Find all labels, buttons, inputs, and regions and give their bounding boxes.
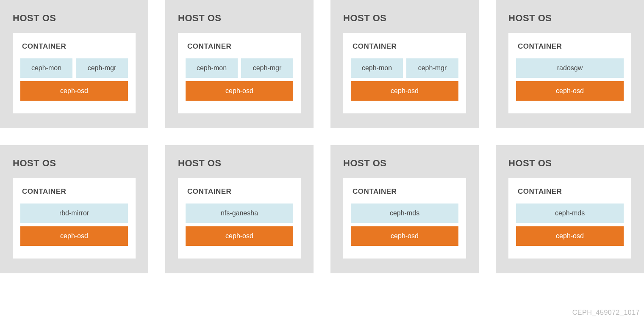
host-card: HOST OSCONTAINERradosgwceph-osd	[496, 0, 644, 128]
service-row-top: ceph-monceph-mgr	[20, 58, 128, 78]
host-card: HOST OSCONTAINERnfs-ganeshaceph-osd	[165, 145, 314, 273]
service-row-top: ceph-mds	[351, 204, 458, 223]
container-title: CONTAINER	[22, 187, 128, 196]
host-grid: HOST OSCONTAINERceph-monceph-mgrceph-osd…	[0, 0, 644, 273]
container-card: CONTAINERrbd-mirrorceph-osd	[13, 178, 136, 258]
container-card: CONTAINERceph-monceph-mgrceph-osd	[178, 33, 301, 113]
host-card: HOST OSCONTAINERceph-monceph-mgrceph-osd	[0, 0, 148, 128]
container-title: CONTAINER	[187, 187, 293, 196]
host-title: HOST OS	[508, 13, 631, 24]
service-row-top: radosgw	[516, 58, 624, 78]
service-box-light: ceph-mon	[351, 58, 403, 78]
container-card: CONTAINERnfs-ganeshaceph-osd	[178, 178, 301, 258]
footer-label: CEPH_459072_1017	[572, 309, 640, 316]
service-row-bottom: ceph-osd	[516, 81, 624, 101]
service-box-orange: ceph-osd	[516, 226, 624, 246]
service-box-orange: ceph-osd	[20, 226, 128, 246]
container-title: CONTAINER	[518, 42, 624, 51]
container-card: CONTAINERceph-mdsceph-osd	[508, 178, 631, 258]
host-title: HOST OS	[13, 158, 136, 169]
container-card: CONTAINERradosgwceph-osd	[508, 33, 631, 113]
service-row-bottom: ceph-osd	[20, 226, 128, 246]
host-card: HOST OSCONTAINERceph-monceph-mgrceph-osd	[330, 0, 479, 128]
container-card: CONTAINERceph-mdsceph-osd	[343, 178, 466, 258]
host-title: HOST OS	[178, 13, 301, 24]
host-card: HOST OSCONTAINERrbd-mirrorceph-osd	[0, 145, 148, 273]
service-row-bottom: ceph-osd	[186, 226, 293, 246]
service-row-bottom: ceph-osd	[186, 81, 293, 101]
container-title: CONTAINER	[518, 187, 624, 196]
service-box-light: ceph-mon	[20, 58, 72, 78]
service-row-top: ceph-monceph-mgr	[351, 58, 458, 78]
container-title: CONTAINER	[353, 42, 458, 51]
host-card: HOST OSCONTAINERceph-mdsceph-osd	[496, 145, 644, 273]
service-box-orange: ceph-osd	[351, 81, 458, 101]
service-box-light: ceph-mgr	[241, 58, 293, 78]
service-box-light: ceph-mgr	[76, 58, 128, 78]
service-box-light: ceph-mds	[516, 204, 624, 223]
host-title: HOST OS	[343, 13, 466, 24]
service-box-light: radosgw	[516, 58, 624, 78]
service-row-bottom: ceph-osd	[516, 226, 624, 246]
container-title: CONTAINER	[353, 187, 458, 196]
host-title: HOST OS	[508, 158, 631, 169]
service-box-light: rbd-mirror	[20, 204, 128, 223]
service-box-orange: ceph-osd	[186, 81, 293, 101]
service-row-bottom: ceph-osd	[351, 81, 458, 101]
container-title: CONTAINER	[22, 42, 128, 51]
service-row-top: ceph-mds	[516, 204, 624, 223]
service-row-top: rbd-mirror	[20, 204, 128, 223]
service-row-bottom: ceph-osd	[20, 81, 128, 101]
service-box-orange: ceph-osd	[20, 81, 128, 101]
container-card: CONTAINERceph-monceph-mgrceph-osd	[343, 33, 466, 113]
service-row-bottom: ceph-osd	[351, 226, 458, 246]
service-row-top: nfs-ganesha	[186, 204, 293, 223]
service-box-light: ceph-mds	[351, 204, 458, 223]
service-box-light: nfs-ganesha	[186, 204, 293, 223]
service-box-light: ceph-mgr	[406, 58, 458, 78]
host-card: HOST OSCONTAINERceph-monceph-mgrceph-osd	[165, 0, 314, 128]
service-box-orange: ceph-osd	[516, 81, 624, 101]
service-box-orange: ceph-osd	[351, 226, 458, 246]
container-title: CONTAINER	[187, 42, 293, 51]
service-box-light: ceph-mon	[186, 58, 238, 78]
host-title: HOST OS	[343, 158, 466, 169]
container-card: CONTAINERceph-monceph-mgrceph-osd	[13, 33, 136, 113]
host-title: HOST OS	[178, 158, 301, 169]
service-row-top: ceph-monceph-mgr	[186, 58, 293, 78]
service-box-orange: ceph-osd	[186, 226, 293, 246]
host-title: HOST OS	[13, 13, 136, 24]
host-card: HOST OSCONTAINERceph-mdsceph-osd	[330, 145, 479, 273]
